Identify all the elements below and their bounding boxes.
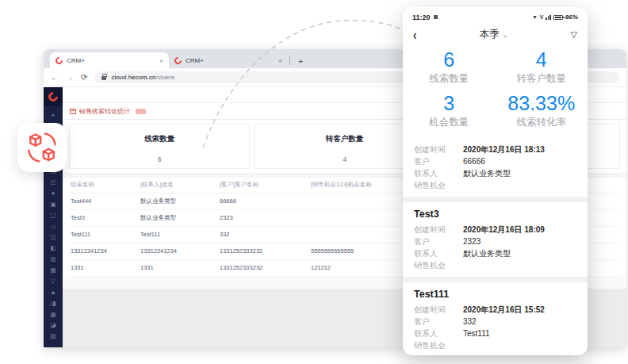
sidebar-item-icon[interactable]: ◪ [50,322,56,328]
col-header-customer-name[interactable]: [客户]客户名称 [218,178,309,193]
sidebar-item-icon[interactable]: ◧ [50,245,56,251]
field-label: 联系人 [414,247,463,259]
lead-card[interactable]: 创建时间2020年12月16日 18:13 客户66666 联系人默认业务类型 … [403,137,588,197]
cell-lead-name[interactable]: 13312341234 [69,243,139,259]
stat-label: 线索数量 [70,134,249,144]
cell-customer: 332 [218,226,309,243]
forward-button[interactable]: → [66,74,74,82]
stat-value: 3 [403,92,496,115]
field-value-contact: 默认业务类型 [463,167,511,179]
cell-customer: 66666 [218,193,309,209]
new-tab-button[interactable]: + [298,56,303,66]
field-value-created: 2020年12月16日 15:52 [463,304,545,316]
phone-screenshot: 11:20 ▼ V 86% ‹ 本季 ⌄ ▽ 6 线索数量 [403,7,588,355]
page-tab-statistics[interactable]: 销售线索转化统计 [79,107,130,116]
field-label: 客户 [414,316,463,328]
cell-lead-name[interactable]: Test111 [69,226,139,243]
battery-percent: 86% [565,13,578,21]
phone-nav-bar: ‹ 本季 ⌄ ▽ [403,24,588,45]
phone-stat-conversion: 83.33% 线索转化率 [496,92,588,129]
phone-stat-customers: 4 转客户数量 [496,48,588,86]
stat-label: 机会数量 [403,116,496,129]
field-label: 客户 [414,236,463,247]
field-label: 联系人 [414,328,463,339]
sidebar-item-icon[interactable]: ◨ [50,301,56,307]
crm-sync-app-icon [17,123,67,172]
lead-card[interactable]: Test111 创建时间2020年12月16日 15:52 客户332 联系人T… [403,282,588,356]
cell-customer: 2323 [218,209,309,226]
field-value-created: 2020年12月16日 18:09 [463,224,545,236]
volte-icon: V [540,14,544,20]
cell-lead-name[interactable]: 1331 [69,259,139,276]
stat-value: 4 [496,48,588,71]
sidebar-item-icon[interactable]: ▧ [50,333,56,339]
phone-stat-opportunities: 3 机会数量 [403,92,496,129]
col-header-lead-name[interactable]: 线索名称 [69,178,139,193]
card-separator [403,197,588,202]
sidebar-collapse-icon[interactable]: « [52,113,55,119]
filter-funnel-icon[interactable]: ▽ [571,29,577,40]
field-label: 创建时间 [414,304,463,316]
sidebar-item-icon[interactable]: ▩ [50,312,56,318]
sidebar-item-icon[interactable]: ● [52,190,56,197]
tab-close-icon[interactable]: × [159,57,163,64]
lock-icon [101,76,106,80]
sidebar-item-icon[interactable]: ▦ [50,267,56,274]
sidebar-item-icon[interactable]: ▢ [50,213,56,219]
cell-opportunity: 121212 [309,259,413,276]
field-value-contact: 默认业务类型 [463,247,511,259]
cell-opportunity: 5555555555555 [309,243,413,259]
stat-card-leads: 线索数量 6 [69,124,250,169]
field-label: 销售机会 [414,339,463,351]
battery-icon [553,15,563,20]
col-header-opportunity-name[interactable]: [销售机会123]机会名称 [309,178,413,193]
cell-lead-name[interactable]: Test444 [69,193,139,209]
stat-label: 线索转化率 [496,116,588,129]
cell-opportunity [309,209,413,226]
status-time: 11:20 [412,13,431,21]
cell-lead-name[interactable]: Test3 [69,209,139,226]
period-label: 本季 [479,29,499,40]
sidebar-item-icon[interactable]: ▲ [50,289,56,296]
phone-status-bar: 11:20 ▼ V 86% [403,7,588,24]
field-value-customer: 332 [463,316,477,328]
sidebar-item-icon[interactable]: ▭ [50,224,56,230]
phone-lead-list: 创建时间2020年12月16日 18:13 客户66666 联系人默认业务类型 … [403,137,588,356]
cell-opportunity [309,193,413,209]
field-label: 创建时间 [414,224,463,236]
field-value-created: 2020年12月16日 18:13 [463,144,545,155]
lead-title[interactable]: Test111 [414,289,576,300]
field-label: 销售机会 [414,259,463,271]
phone-stats-grid: 6 线索数量 4 转客户数量 3 机会数量 83.33% 线索转化率 [403,45,588,137]
cell-customer: 1331252333232 [218,259,309,276]
tab-close-icon[interactable]: × [278,57,282,64]
back-button[interactable]: ← [51,74,59,82]
field-label: 创建时间 [414,144,463,155]
field-value-customer: 66666 [463,155,485,167]
stat-label: 转客户数量 [496,72,588,86]
sidebar-item-icon[interactable]: ▽ [51,278,56,285]
sidebar-item-icon[interactable]: ◰ [50,179,56,186]
col-header-contact-name[interactable]: [联系人]姓名 [139,178,218,193]
url-domain: cloud.hecom.cn [111,74,155,81]
field-label: 联系人 [414,167,463,179]
browser-tab-active[interactable]: CRM+ × [50,52,169,68]
lead-title[interactable]: Test3 [414,209,576,220]
app-logo [44,87,63,106]
tab-divider [289,56,290,65]
back-chevron-icon[interactable]: ‹ [413,26,416,43]
browser-tab-inactive[interactable]: CRM+ × [169,52,288,68]
cell-customer: 1331252333232 [218,243,309,259]
period-dropdown[interactable]: 本季 ⌄ [416,28,570,41]
cell-contact: 1331 [139,259,218,276]
sidebar-item-icon[interactable]: ◫ [50,234,56,240]
field-label: 客户 [414,155,463,167]
reload-button[interactable]: ⟳ [81,74,87,82]
lead-card[interactable]: Test3 创建时间2020年12月16日 18:09 客户2323 联系人默认… [403,202,588,277]
screenshot-canvas: CRM+ × CRM+ × + ← → ⟳ cloud.hecom.cn/clu… [0,0,628,364]
stat-value: 83.33% [496,92,588,115]
sidebar-item-icon[interactable]: ▣ [50,201,56,208]
tab-title: CRM+ [186,57,204,64]
wifi-icon: ▼ [532,14,538,20]
sidebar-item-icon[interactable]: ▥ [50,256,56,262]
